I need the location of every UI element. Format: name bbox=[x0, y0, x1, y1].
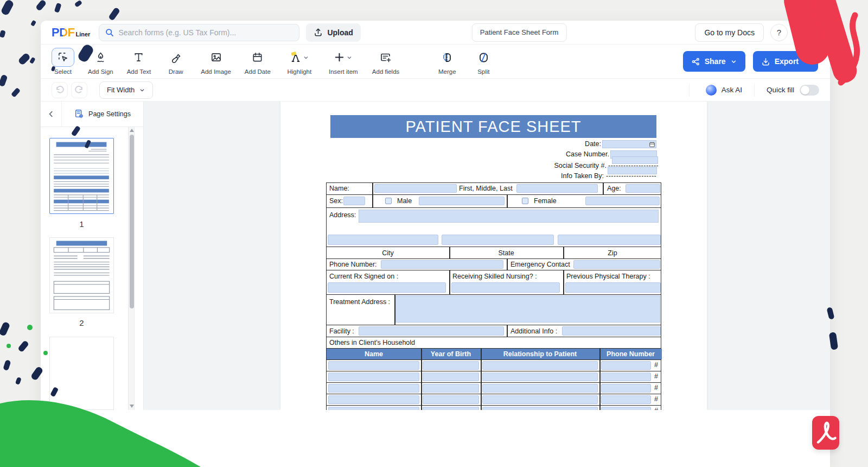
skilled-nursing-field[interactable] bbox=[451, 282, 560, 293]
treatment-address-field[interactable] bbox=[395, 295, 660, 323]
household-phone-field[interactable] bbox=[601, 384, 651, 393]
app-header: PDF Liner Upload Patient Face Sheet Form bbox=[41, 21, 830, 45]
page-thumbnail-2[interactable] bbox=[49, 237, 114, 313]
household-phone-field[interactable] bbox=[601, 407, 651, 410]
current-rx-field[interactable] bbox=[328, 282, 446, 293]
date-label: Date: bbox=[585, 140, 601, 148]
page-thumbnail-preview bbox=[50, 238, 113, 313]
scroll-down-icon[interactable] bbox=[129, 405, 135, 408]
quick-fill-toggle[interactable] bbox=[800, 85, 819, 96]
household-name-field[interactable] bbox=[328, 407, 419, 410]
undo-button[interactable] bbox=[52, 82, 68, 98]
household-name-field[interactable] bbox=[328, 361, 419, 370]
household-name-field[interactable] bbox=[328, 395, 419, 404]
household-relationship-field[interactable] bbox=[482, 361, 598, 370]
select-tool-button[interactable]: Select bbox=[52, 48, 74, 75]
add-sign-tool-button[interactable]: Add Sign bbox=[88, 48, 113, 75]
household-phone-field[interactable] bbox=[601, 373, 651, 381]
emergency-contact-field[interactable] bbox=[573, 260, 660, 269]
name-field-1[interactable] bbox=[374, 184, 457, 193]
add-fields-tool-button[interactable]: Add fields bbox=[372, 48, 400, 75]
phone-hash-label: # bbox=[654, 407, 658, 410]
additional-info-field[interactable] bbox=[562, 326, 661, 336]
highlight-tool-button[interactable]: Highlight bbox=[284, 48, 315, 75]
scrollbar-thumb[interactable] bbox=[130, 135, 134, 308]
sidebar-scrollbar[interactable] bbox=[128, 127, 135, 410]
facility-field[interactable] bbox=[359, 326, 504, 336]
household-year-field[interactable] bbox=[423, 373, 479, 381]
header-chevron-down-icon[interactable] bbox=[809, 28, 819, 37]
date-field[interactable] bbox=[602, 140, 656, 148]
household-name-field[interactable] bbox=[328, 373, 419, 381]
zip-field[interactable] bbox=[558, 235, 661, 245]
sex-row: Sex: Male Female bbox=[327, 194, 661, 207]
share-button[interactable]: Share bbox=[683, 51, 745, 72]
ssn-label: Social Security #. bbox=[554, 162, 607, 169]
household-phone-field[interactable] bbox=[601, 395, 651, 404]
pdfliner-logo[interactable]: PDF Liner bbox=[52, 26, 90, 40]
view-toolbar: Fit Width Ask AI Quick fill bbox=[41, 79, 830, 102]
page-settings-button[interactable]: Page Settings bbox=[61, 102, 143, 127]
female-checkbox[interactable] bbox=[522, 198, 528, 204]
add-text-tool-button[interactable]: Add Text bbox=[127, 48, 151, 75]
zoom-mode-dropdown[interactable]: Fit Width bbox=[99, 81, 153, 99]
household-year-field[interactable] bbox=[423, 395, 479, 404]
name-field-2[interactable] bbox=[516, 184, 598, 193]
address-field[interactable] bbox=[359, 210, 659, 223]
phone-number-field[interactable] bbox=[381, 260, 503, 269]
logo-pdf-text: PDF bbox=[52, 26, 75, 40]
redo-icon bbox=[74, 85, 84, 95]
household-phone-field[interactable] bbox=[601, 361, 651, 370]
male-label: Male bbox=[397, 197, 412, 205]
tool-label-add-text: Add Text bbox=[127, 68, 151, 75]
scroll-up-icon[interactable] bbox=[129, 129, 135, 132]
export-label: Export bbox=[775, 57, 799, 66]
household-year-field[interactable] bbox=[423, 407, 479, 410]
sex-field[interactable] bbox=[343, 197, 365, 205]
physical-therapy-label: Previous Physical Therapy : bbox=[566, 273, 650, 280]
age-field[interactable] bbox=[626, 184, 660, 193]
go-to-my-docs-button[interactable]: Go to my Docs bbox=[695, 23, 764, 42]
download-icon bbox=[761, 57, 770, 66]
redo-button[interactable] bbox=[71, 82, 87, 98]
page-thumbnail-1[interactable] bbox=[49, 138, 114, 214]
household-section-label: Others in Client's Household bbox=[329, 339, 415, 346]
state-field[interactable] bbox=[442, 235, 554, 245]
app-window: PDF Liner Upload Patient Face Sheet Form bbox=[41, 21, 830, 467]
quick-fill-control: Quick fill bbox=[767, 85, 819, 96]
merge-tool-button[interactable]: Merge bbox=[436, 48, 458, 75]
page-thumbnail-3-partial[interactable] bbox=[49, 337, 114, 410]
name-hint: First, Middle, Last bbox=[459, 185, 513, 192]
household-relationship-field[interactable] bbox=[482, 395, 598, 404]
draw-tool-button[interactable]: Draw bbox=[164, 48, 187, 75]
add-date-tool-button[interactable]: Add Date bbox=[245, 48, 271, 75]
ssn-field[interactable] bbox=[612, 156, 658, 164]
insert-item-tool-button[interactable]: Insert item bbox=[328, 48, 359, 75]
ask-ai-button[interactable]: Ask AI bbox=[706, 85, 742, 96]
help-label: ? bbox=[777, 28, 781, 37]
household-header-name: Name bbox=[327, 349, 421, 359]
help-button[interactable]: ? bbox=[770, 24, 788, 41]
male-checkbox[interactable] bbox=[385, 198, 392, 204]
export-button[interactable]: Export bbox=[753, 51, 818, 72]
female-field[interactable] bbox=[585, 197, 660, 205]
household-name-field[interactable] bbox=[328, 384, 419, 393]
household-year-field[interactable] bbox=[423, 361, 479, 370]
household-year-field[interactable] bbox=[423, 384, 479, 393]
male-field[interactable] bbox=[419, 197, 505, 205]
collapse-sidebar-button[interactable] bbox=[41, 110, 61, 118]
physical-therapy-field[interactable] bbox=[565, 282, 661, 293]
info-taken-by-field[interactable] bbox=[608, 167, 657, 174]
city-field[interactable] bbox=[328, 235, 438, 245]
household-relationship-field[interactable] bbox=[482, 407, 598, 410]
city-state-zip-labels-row: City State Zip bbox=[327, 247, 661, 258]
split-tool-button[interactable]: Split bbox=[472, 48, 495, 75]
household-relationship-field[interactable] bbox=[482, 384, 598, 393]
info-taken-by-label: Info Taken By: bbox=[561, 172, 604, 180]
upload-button[interactable]: Upload bbox=[306, 23, 360, 42]
add-image-tool-button[interactable]: Add Image bbox=[201, 48, 231, 75]
household-relationship-field[interactable] bbox=[482, 373, 598, 381]
search-box[interactable] bbox=[99, 24, 299, 41]
address-label: Address: bbox=[329, 211, 356, 219]
search-input[interactable] bbox=[118, 28, 293, 37]
